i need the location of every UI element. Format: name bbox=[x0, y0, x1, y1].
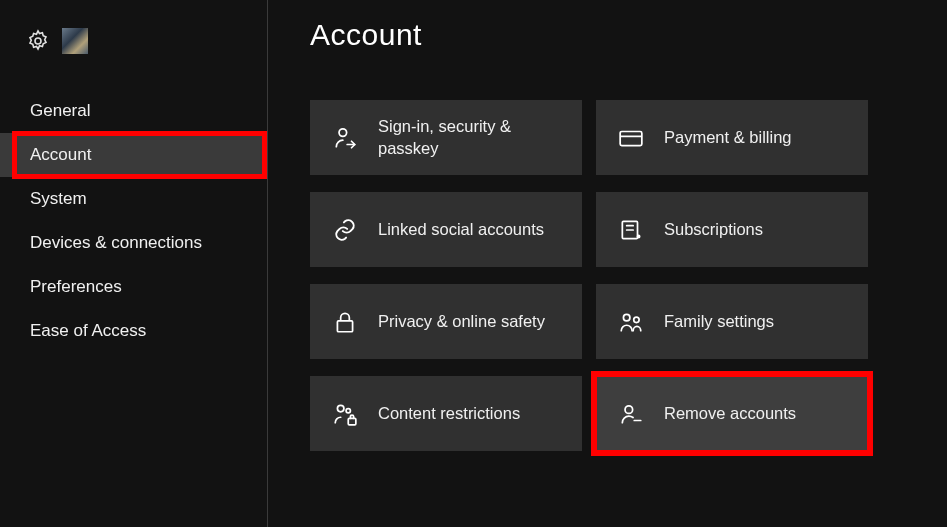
people-lock-icon bbox=[332, 401, 358, 427]
tile-signin-security[interactable]: Sign-in, security & passkey bbox=[310, 100, 582, 175]
person-arrow-icon bbox=[332, 125, 358, 151]
tile-privacy-safety[interactable]: Privacy & online safety bbox=[310, 284, 582, 359]
sidebar-header bbox=[0, 20, 267, 89]
sidebar-item-label: System bbox=[30, 189, 87, 208]
svg-point-1 bbox=[339, 128, 347, 136]
tile-label: Content restrictions bbox=[378, 403, 520, 424]
tile-label: Subscriptions bbox=[664, 219, 763, 240]
page-title: Account bbox=[310, 18, 927, 52]
sidebar-item-label: Preferences bbox=[30, 277, 122, 296]
family-icon bbox=[618, 309, 644, 335]
tile-label: Sign-in, security & passkey bbox=[378, 116, 564, 159]
svg-point-14 bbox=[625, 405, 633, 413]
svg-rect-13 bbox=[348, 418, 356, 425]
card-icon bbox=[618, 125, 644, 151]
svg-rect-2 bbox=[620, 131, 642, 145]
sidebar-item-system[interactable]: System bbox=[0, 177, 267, 221]
tile-label: Family settings bbox=[664, 311, 774, 332]
svg-point-0 bbox=[35, 38, 41, 44]
tile-linked-social[interactable]: Linked social accounts bbox=[310, 192, 582, 267]
sidebar-item-devices-connections[interactable]: Devices & connections bbox=[0, 221, 267, 265]
link-icon bbox=[332, 217, 358, 243]
receipt-icon bbox=[618, 217, 644, 243]
tile-label: Privacy & online safety bbox=[378, 311, 545, 332]
svg-point-10 bbox=[634, 317, 639, 322]
tile-subscriptions[interactable]: Subscriptions bbox=[596, 192, 868, 267]
person-remove-icon bbox=[618, 401, 644, 427]
svg-point-7 bbox=[638, 235, 640, 237]
tile-content-restrictions[interactable]: Content restrictions bbox=[310, 376, 582, 451]
tile-remove-accounts[interactable]: Remove accounts bbox=[596, 376, 868, 451]
lock-icon bbox=[332, 309, 358, 335]
tile-label: Payment & billing bbox=[664, 127, 791, 148]
sidebar-item-label: Ease of Access bbox=[30, 321, 146, 340]
tile-remove-accounts-highlight: Remove accounts bbox=[596, 376, 868, 451]
tile-label: Linked social accounts bbox=[378, 219, 544, 240]
settings-sidebar: General Account System Devices & connect… bbox=[0, 0, 268, 527]
tile-payment-billing[interactable]: Payment & billing bbox=[596, 100, 868, 175]
sidebar-item-ease-of-access[interactable]: Ease of Access bbox=[0, 309, 267, 353]
sidebar-item-preferences[interactable]: Preferences bbox=[0, 265, 267, 309]
main-content: Account Sign-in, security & passkey P bbox=[268, 0, 947, 527]
gear-icon bbox=[26, 29, 50, 53]
svg-point-9 bbox=[623, 314, 630, 321]
sidebar-item-account-highlight: Account bbox=[0, 133, 267, 177]
avatar[interactable] bbox=[62, 28, 88, 54]
tile-label: Remove accounts bbox=[664, 403, 796, 424]
tile-family-settings[interactable]: Family settings bbox=[596, 284, 868, 359]
svg-point-11 bbox=[337, 405, 344, 412]
svg-rect-8 bbox=[337, 320, 352, 331]
sidebar-item-label: Account bbox=[30, 145, 91, 164]
sidebar-item-label: Devices & connections bbox=[30, 233, 202, 252]
svg-point-12 bbox=[346, 408, 350, 412]
sidebar-item-label: General bbox=[30, 101, 90, 120]
account-tile-grid: Sign-in, security & passkey Payment & bi… bbox=[310, 100, 927, 451]
sidebar-item-general[interactable]: General bbox=[0, 89, 267, 133]
sidebar-item-account[interactable]: Account bbox=[0, 133, 267, 177]
